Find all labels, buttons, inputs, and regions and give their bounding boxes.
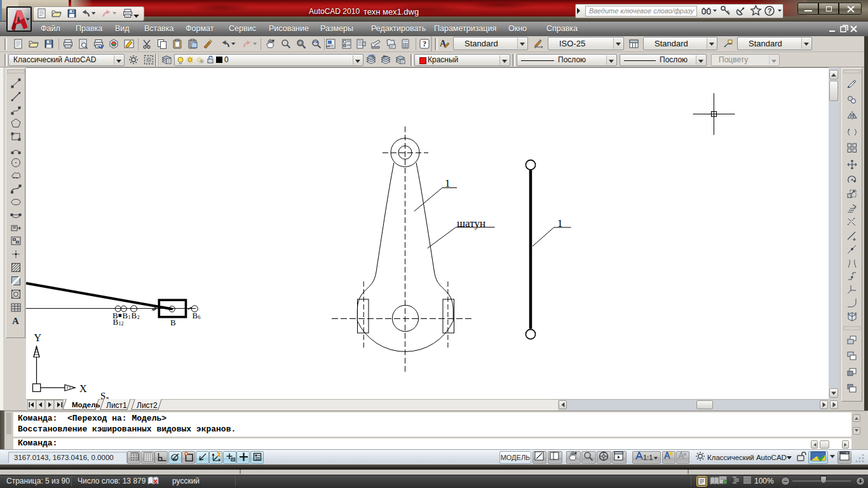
svg-text:B: B xyxy=(170,318,176,327)
svg-text:B: B xyxy=(132,311,137,320)
svg-text:Y: Y xyxy=(34,332,42,343)
svg-text:B: B xyxy=(193,311,198,320)
svg-text:1: 1 xyxy=(557,217,563,229)
svg-text:B: B xyxy=(113,317,119,327)
svg-text:X: X xyxy=(79,383,87,394)
svg-text:12: 12 xyxy=(119,321,124,327)
svg-text:6: 6 xyxy=(198,315,201,320)
svg-text:шатун: шатун xyxy=(457,217,485,229)
svg-text:в.: в. xyxy=(106,395,111,400)
svg-text:2: 2 xyxy=(137,315,140,320)
svg-text:S: S xyxy=(100,391,105,399)
svg-text:B: B xyxy=(123,311,128,320)
svg-text:1: 1 xyxy=(445,177,451,189)
svg-text:1: 1 xyxy=(128,315,131,320)
